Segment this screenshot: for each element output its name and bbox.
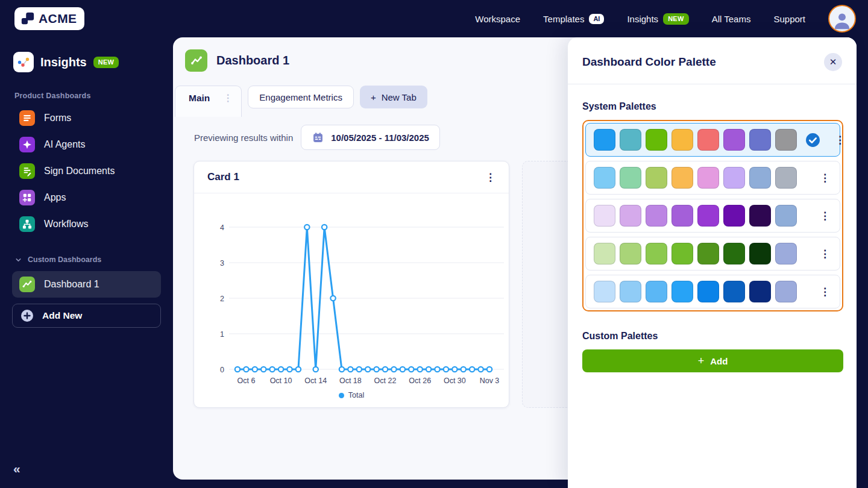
nav-item-label: Templates <box>543 14 584 24</box>
nav-item-all-teams[interactable]: All Teams <box>712 14 751 24</box>
chart-card-header: Card 1 ⋮ <box>194 161 509 193</box>
palette-menu-icon[interactable]: ⋮ <box>820 211 830 221</box>
color-swatch[interactable] <box>620 167 641 189</box>
color-swatch[interactable] <box>723 205 745 227</box>
tab-main-label: Main <box>189 93 210 104</box>
panel-header: Dashboard Color Palette ✕ <box>568 37 857 84</box>
acme-logo-mark-icon <box>20 11 35 26</box>
palette-menu-icon[interactable]: ⋮ <box>820 287 830 297</box>
palette-row-5[interactable]: ⋮ <box>585 275 840 308</box>
tab-main[interactable]: Main ⋮ <box>175 86 242 117</box>
color-swatch[interactable] <box>723 129 745 151</box>
color-swatch[interactable] <box>620 281 641 302</box>
color-swatch[interactable] <box>671 129 693 151</box>
color-swatch[interactable] <box>646 129 667 151</box>
close-icon[interactable]: ✕ <box>824 53 842 71</box>
color-swatch[interactable] <box>775 167 797 189</box>
dashboard-icon <box>185 49 207 72</box>
color-swatch[interactable] <box>697 243 719 264</box>
collapse-sidebar-icon[interactable]: « <box>13 461 20 476</box>
color-swatch[interactable] <box>671 243 693 264</box>
color-swatch[interactable] <box>594 243 615 264</box>
new-tab-button[interactable]: + New Tab <box>360 86 427 108</box>
color-swatch[interactable] <box>723 243 745 264</box>
color-swatch[interactable] <box>620 205 641 227</box>
color-swatch[interactable] <box>697 167 719 189</box>
sidebar-item-sign-documents[interactable]: Sign Documents <box>12 158 161 184</box>
nav-item-workspace[interactable]: Workspace <box>475 14 520 24</box>
palette-menu-icon[interactable]: ⋮ <box>820 173 830 183</box>
svg-text:Oct 14: Oct 14 <box>304 377 327 385</box>
color-swatch[interactable] <box>749 167 771 189</box>
color-swatch[interactable] <box>723 281 745 302</box>
nav-item-insights[interactable]: InsightsNEW <box>627 13 688 25</box>
color-swatch[interactable] <box>697 129 719 151</box>
chevron-down-icon <box>14 256 22 264</box>
color-swatch[interactable] <box>749 129 771 151</box>
apps-icon <box>19 190 35 205</box>
svg-text:4: 4 <box>220 224 224 232</box>
sidebar-item-ai-agents[interactable]: AI Agents <box>12 131 161 158</box>
color-swatch[interactable] <box>749 243 771 264</box>
palette-row-2[interactable]: ⋮ <box>585 161 840 195</box>
color-swatch[interactable] <box>594 205 615 227</box>
color-swatch[interactable] <box>697 205 719 227</box>
sidebar-item-workflows[interactable]: Workflows <box>12 211 161 237</box>
color-swatch[interactable] <box>749 281 771 302</box>
color-swatch[interactable] <box>594 281 615 302</box>
new-tab-label: New Tab <box>382 92 417 102</box>
nav-right: WorkspaceTemplatesAIInsightsNEWAll Teams… <box>475 5 856 33</box>
sidebar-item-label: Forms <box>44 113 71 124</box>
nav-item-support[interactable]: Support <box>773 14 805 24</box>
palette-row-4[interactable]: ⋮ <box>585 237 840 271</box>
palette-row-1[interactable]: ⋮ <box>585 123 840 157</box>
color-swatch[interactable] <box>775 243 797 264</box>
sidebar-item-label: Dashboard 1 <box>44 279 99 290</box>
custom-palettes-heading: Custom Palettes <box>582 331 843 342</box>
custom-dashboards-header[interactable]: Custom Dashboards <box>14 255 161 264</box>
tab-menu-icon[interactable]: ⋮ <box>223 92 233 104</box>
top-nav: ACME WorkspaceTemplatesAIInsightsNEWAll … <box>0 0 868 37</box>
color-swatch[interactable] <box>671 281 693 302</box>
color-swatch[interactable] <box>646 205 667 227</box>
color-swatch[interactable] <box>671 167 693 189</box>
acme-logo[interactable]: ACME <box>14 7 84 30</box>
color-swatch[interactable] <box>723 167 745 189</box>
add-palette-button[interactable]: + Add <box>582 349 843 372</box>
color-swatch[interactable] <box>775 281 797 302</box>
sidebar-item-forms[interactable]: Forms <box>12 105 161 131</box>
plus-icon: + <box>698 355 705 368</box>
color-swatch[interactable] <box>671 205 693 227</box>
palette-menu-icon[interactable]: ⋮ <box>835 135 845 145</box>
palette-row-3[interactable]: ⋮ <box>585 199 840 233</box>
color-swatch[interactable] <box>594 167 615 189</box>
date-range-picker[interactable]: 10/05/2025 - 11/03/2025 <box>301 125 440 150</box>
forms-icon <box>19 110 35 126</box>
color-swatch[interactable] <box>620 243 641 264</box>
tab-engagement-metrics[interactable]: Engagement Metrics <box>248 86 354 108</box>
card-title: Card 1 <box>207 171 239 183</box>
card-menu-icon[interactable]: ⋮ <box>485 172 495 183</box>
color-swatch[interactable] <box>775 205 797 227</box>
sidebar-item-apps[interactable]: Apps <box>12 184 161 211</box>
svg-text:0: 0 <box>220 366 224 374</box>
color-swatch[interactable] <box>620 129 641 151</box>
acme-logo-text: ACME <box>39 11 77 26</box>
color-swatch[interactable] <box>775 129 797 151</box>
product-dashboards-label: Product Dashboards <box>14 92 161 100</box>
chart-legend: Total <box>194 391 509 399</box>
palette-menu-icon[interactable]: ⋮ <box>820 249 830 259</box>
user-avatar[interactable] <box>828 5 856 33</box>
color-palette-panel: Dashboard Color Palette ✕ System Palette… <box>568 37 857 488</box>
add-new-dashboard-button[interactable]: Add New <box>12 304 161 328</box>
color-swatch[interactable] <box>749 205 771 227</box>
color-swatch[interactable] <box>646 167 667 189</box>
color-swatch[interactable] <box>646 281 667 302</box>
preview-row: Previewing results within 10/05/2025 - 1… <box>194 125 440 150</box>
ai-badge: AI <box>589 14 604 24</box>
sidebar-item-dashboard-1[interactable]: Dashboard 1 <box>12 271 161 298</box>
nav-item-templates[interactable]: TemplatesAI <box>543 14 604 24</box>
color-swatch[interactable] <box>697 281 719 302</box>
color-swatch[interactable] <box>646 243 667 264</box>
color-swatch[interactable] <box>594 129 615 151</box>
